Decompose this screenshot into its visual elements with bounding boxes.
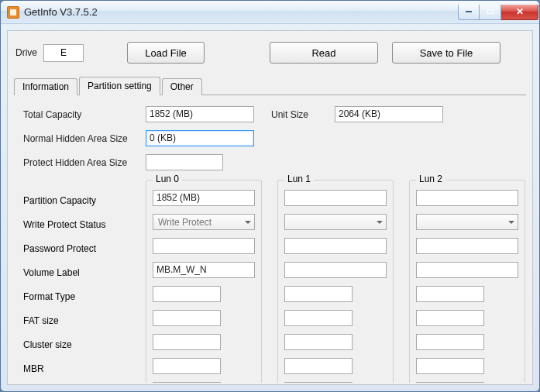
protect-hidden-input[interactable] (146, 154, 223, 170)
load-file-button[interactable]: Load File (127, 42, 205, 64)
lun1-legend: Lun 1 (284, 174, 314, 184)
unit-size-input[interactable]: 2064 (KB) (335, 106, 443, 122)
toolbar: Drive E Load File Read Save to File (8, 31, 532, 71)
lun2-cluster-size[interactable] (416, 334, 484, 350)
tab-partition-setting[interactable]: Partition setting (79, 77, 160, 95)
lun1-fat-size[interactable] (284, 310, 353, 326)
lun2-write-protect-select[interactable] (416, 214, 518, 230)
lun-row-labels: Partition Capacity Write Protect Status … (23, 180, 146, 383)
lun2-group: Lun 2 (409, 180, 525, 383)
lun0-fixed-disk[interactable]: No (153, 382, 221, 383)
window-controls: ✕ (458, 5, 538, 20)
maximize-icon (487, 9, 494, 14)
lun1-mbr[interactable] (284, 358, 353, 374)
partition-capacity-label: Partition Capacity (23, 195, 146, 206)
minimize-button[interactable] (458, 5, 480, 20)
lun0-legend: Lun 0 (153, 174, 182, 184)
lun-section: Partition Capacity Write Protect Status … (23, 180, 526, 383)
titlebar[interactable]: GetInfo V3.7.5.2 ✕ (1, 1, 539, 24)
read-button[interactable]: Read (270, 42, 378, 64)
total-capacity-input[interactable]: 1852 (MB) (146, 106, 254, 122)
window-title: GetInfo V3.7.5.2 (24, 6, 98, 18)
write-protect-status-label: Write Protect Status (23, 219, 146, 230)
mbr-label: MBR (23, 363, 146, 374)
tab-information[interactable]: Information (14, 78, 77, 95)
read-label: Read (311, 47, 335, 59)
drive-input[interactable]: E (43, 44, 84, 62)
main-window: GetInfo V3.7.5.2 ✕ Drive E Load File Rea… (0, 0, 540, 392)
lun1-volume-label[interactable] (284, 262, 387, 278)
fat-size-label: FAT size (23, 315, 146, 326)
lun1-fixed-disk[interactable] (284, 382, 353, 383)
lun0-group: Lun 0 1852 (MB) Write Protect MB.M_W_N N… (146, 180, 262, 383)
lun1-cluster-size[interactable] (284, 334, 353, 350)
lun1-group: Lun 1 (277, 180, 394, 383)
lun0-write-protect-value: Write Protect (158, 217, 212, 228)
password-protect-label: Password Protect (23, 243, 146, 254)
normal-hidden-label: Normal Hidden Area Size (23, 133, 146, 144)
protect-hidden-label: Protect Hidden Area Size (23, 157, 146, 168)
lun1-write-protect-select[interactable] (284, 214, 387, 230)
app-icon (7, 6, 19, 19)
client-area: Drive E Load File Read Save to File Info… (7, 30, 533, 385)
lun0-cluster-size[interactable] (153, 334, 221, 350)
lun2-partition-capacity[interactable] (416, 190, 518, 206)
lun2-fixed-disk[interactable] (416, 382, 484, 383)
lun0-volume-label[interactable]: MB.M_W_N (153, 262, 255, 278)
lun2-mbr[interactable] (416, 358, 484, 374)
volume-label-label: Volume Label (23, 267, 146, 278)
normal-hidden-input[interactable]: 0 (KB) (146, 130, 254, 146)
lun2-volume-label[interactable] (416, 262, 518, 278)
save-to-file-button[interactable]: Save to File (392, 42, 500, 64)
total-capacity-label: Total Capacity (23, 109, 146, 120)
close-icon: ✕ (516, 6, 524, 17)
lun2-fat-size[interactable] (416, 310, 484, 326)
close-button[interactable]: ✕ (501, 5, 538, 20)
lun0-format-type[interactable] (153, 286, 221, 302)
lun2-format-type[interactable] (416, 286, 484, 302)
lun2-password-protect[interactable] (416, 238, 518, 254)
format-type-label: Format Type (23, 291, 146, 302)
lun1-password-protect[interactable] (284, 238, 387, 254)
minimize-icon (466, 11, 472, 12)
save-label: Save to File (420, 47, 473, 59)
cluster-size-label: Cluster size (23, 339, 146, 350)
lun0-fat-size[interactable] (153, 310, 221, 326)
lun0-write-protect-select[interactable]: Write Protect (153, 214, 255, 230)
top-fields: Total Capacity 1852 (MB) Unit Size 2064 … (23, 106, 526, 170)
unit-size-label: Unit Size (271, 109, 335, 120)
maximize-button[interactable] (480, 5, 501, 20)
tab-panel-partition: Total Capacity 1852 (MB) Unit Size 2064 … (14, 95, 526, 383)
lun0-partition-capacity[interactable]: 1852 (MB) (153, 190, 255, 206)
lun1-format-type[interactable] (284, 286, 353, 302)
chevron-down-icon (245, 221, 251, 224)
drive-label: Drive (15, 47, 37, 58)
lun0-password-protect[interactable] (153, 238, 255, 254)
chevron-down-icon (508, 221, 514, 224)
tab-strip: Information Partition setting Other (14, 76, 532, 95)
lun0-mbr[interactable] (153, 358, 221, 374)
chevron-down-icon (377, 221, 383, 224)
lun2-legend: Lun 2 (416, 174, 445, 184)
load-file-label: Load File (145, 47, 186, 59)
tab-other[interactable]: Other (162, 78, 202, 95)
lun1-partition-capacity[interactable] (284, 190, 387, 206)
